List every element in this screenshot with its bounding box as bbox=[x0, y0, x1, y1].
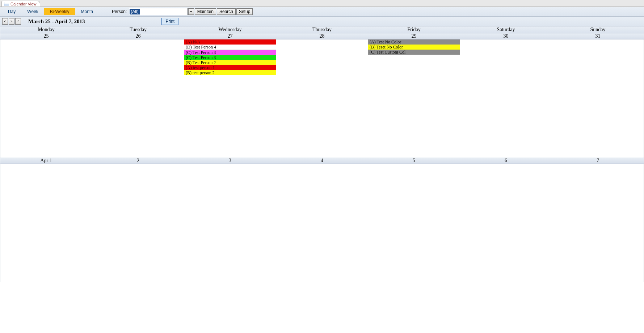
weekday-header: Saturday bbox=[460, 26, 552, 33]
weekday-header: Tuesday bbox=[92, 26, 184, 33]
weekday-header: Friday bbox=[368, 26, 460, 33]
date-range-label: March 25 - April 7, 2013 bbox=[28, 18, 85, 25]
person-label: Person: bbox=[110, 9, 129, 14]
date-header[interactable]: 30 bbox=[460, 33, 552, 39]
event-item[interactable]: (B) Test Person 2 bbox=[184, 60, 276, 65]
day-cell[interactable] bbox=[276, 164, 368, 282]
event-item[interactable]: (D) Test Person 4 bbox=[184, 45, 276, 50]
date-header[interactable]: 27 bbox=[184, 33, 276, 39]
day-cell[interactable] bbox=[276, 39, 368, 158]
day-cell[interactable]: (A) Test No Color (B) Teset No Color (C)… bbox=[368, 39, 460, 158]
date-header[interactable]: 31 bbox=[552, 33, 644, 39]
tab-label: Calendar View bbox=[10, 2, 36, 6]
up-button[interactable]: ^ bbox=[15, 18, 21, 25]
date-header[interactable]: 2 bbox=[92, 158, 184, 164]
event-item[interactable]: (C) Test Custom Col bbox=[368, 50, 460, 55]
search-button[interactable]: Search bbox=[217, 8, 236, 15]
event-item[interactable]: (C) Test Person 3 bbox=[184, 50, 276, 55]
view-day-button[interactable]: Day bbox=[2, 8, 21, 15]
event-item[interactable]: (A) N/A bbox=[184, 39, 276, 45]
person-dropdown-button[interactable]: ▼ bbox=[188, 8, 194, 15]
event-item[interactable]: (A) Test No Color bbox=[368, 39, 460, 45]
event-item[interactable]: (B) test person 2 bbox=[184, 70, 276, 75]
date-nav-bar: < > ^ March 25 - April 7, 2013 Print bbox=[0, 17, 644, 26]
day-cell[interactable] bbox=[184, 164, 276, 282]
event-item[interactable]: (A) test person 1 bbox=[184, 65, 276, 70]
day-cell[interactable] bbox=[368, 164, 460, 282]
calendar-grid: Monday Tuesday Wednesday Thursday Friday… bbox=[0, 26, 644, 282]
prev-button[interactable]: < bbox=[2, 18, 8, 25]
print-button[interactable]: Print bbox=[161, 18, 178, 25]
date-header[interactable]: 28 bbox=[276, 33, 368, 39]
weekday-header: Wednesday bbox=[184, 26, 276, 33]
date-header[interactable]: 7 bbox=[552, 158, 644, 164]
weekday-header: Sunday bbox=[552, 26, 644, 33]
tab-calendar-view[interactable]: Calendar View bbox=[1, 1, 40, 7]
date-header[interactable]: 6 bbox=[460, 158, 552, 164]
week2-date-row: Apr 1 2 3 4 5 6 7 bbox=[0, 158, 644, 164]
day-cell[interactable] bbox=[460, 164, 552, 282]
weekday-header: Thursday bbox=[276, 26, 368, 33]
week1-cells: (A) N/A (D) Test Person 4 (C) Test Perso… bbox=[0, 39, 644, 158]
day-cell[interactable] bbox=[92, 39, 184, 158]
view-week-button[interactable]: Week bbox=[21, 8, 44, 15]
day-cell[interactable] bbox=[0, 164, 92, 282]
form-icon bbox=[4, 2, 9, 6]
date-header[interactable]: Apr 1 bbox=[0, 158, 92, 164]
person-select[interactable]: (All) bbox=[129, 8, 187, 15]
day-cell[interactable] bbox=[552, 164, 644, 282]
day-cell[interactable] bbox=[552, 39, 644, 158]
date-header[interactable]: 4 bbox=[276, 158, 368, 164]
day-cell[interactable] bbox=[460, 39, 552, 158]
view-month-button[interactable]: Month bbox=[75, 8, 99, 15]
event-item[interactable]: (C) Test Person 3 bbox=[184, 55, 276, 60]
weekday-header-row: Monday Tuesday Wednesday Thursday Friday… bbox=[0, 26, 644, 33]
person-select-value: (All) bbox=[130, 9, 139, 14]
week2-cells bbox=[0, 164, 644, 282]
date-header[interactable]: 5 bbox=[368, 158, 460, 164]
event-item[interactable]: (B) Teset No Color bbox=[368, 45, 460, 50]
document-tab-bar: Calendar View bbox=[0, 0, 644, 7]
day-cell[interactable] bbox=[0, 39, 92, 158]
week1-date-row: 25 26 27 28 29 30 31 bbox=[0, 33, 644, 39]
setup-button[interactable]: Setup bbox=[236, 8, 253, 15]
date-header[interactable]: 3 bbox=[184, 158, 276, 164]
view-toolbar: Day Week Bi-Weekly Month Person: (All) ▼… bbox=[0, 7, 644, 17]
day-cell[interactable] bbox=[92, 164, 184, 282]
maintain-button[interactable]: Maintain bbox=[195, 8, 216, 15]
next-button[interactable]: > bbox=[9, 18, 14, 25]
date-header[interactable]: 26 bbox=[92, 33, 184, 39]
date-header[interactable]: 29 bbox=[368, 33, 460, 39]
date-header[interactable]: 25 bbox=[0, 33, 92, 39]
weekday-header: Monday bbox=[0, 26, 92, 33]
view-biweekly-button[interactable]: Bi-Weekly bbox=[44, 8, 75, 15]
day-cell[interactable]: (A) N/A (D) Test Person 4 (C) Test Perso… bbox=[184, 39, 276, 158]
